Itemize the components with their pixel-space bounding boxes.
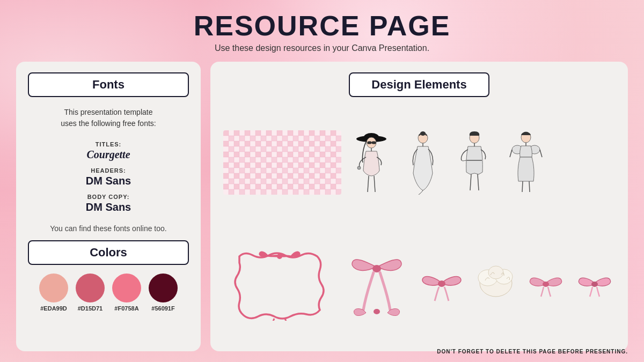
svg-point-67	[438, 280, 445, 287]
fonts-description: This presentation template uses the foll…	[28, 105, 189, 129]
font-entry-title: TITLES: Courgette	[86, 139, 130, 161]
color-swatch-4: #56091F	[149, 274, 178, 312]
svg-point-47	[357, 166, 361, 169]
bow-ribbon-1	[345, 246, 409, 321]
svg-rect-41	[368, 142, 371, 144]
fonts-online-note: You can find these fonts online too.	[28, 224, 189, 233]
color-code-3: #F0758A	[114, 305, 138, 312]
color-code-4: #56091F	[151, 305, 174, 312]
body-font-name: DM Sans	[86, 201, 131, 213]
svg-point-72	[543, 282, 549, 287]
svg-rect-42	[372, 142, 376, 144]
svg-line-54	[470, 174, 471, 190]
colors-section: Colors #EDA99D #D15D71 #F0758A	[28, 240, 189, 312]
bow-frame	[223, 246, 336, 321]
page-header: RESOURCE PAGE Use these design resources…	[16, 11, 628, 53]
fluffy-element	[474, 262, 517, 305]
right-panel: Design Elements	[210, 62, 628, 351]
svg-point-66	[374, 309, 380, 314]
color-circle-3	[112, 274, 141, 302]
color-circle-2	[76, 274, 105, 302]
svg-point-73	[591, 282, 598, 287]
page: RESOURCE PAGE Use these design resources…	[0, 0, 644, 362]
fonts-label: Fonts	[92, 78, 125, 91]
color-swatches: #EDA99D #D15D71 #F0758A #56091F	[28, 274, 189, 312]
content-row: Fonts This presentation template uses th…	[16, 62, 628, 351]
fonts-header: Fonts	[28, 72, 189, 97]
bow-small-1	[526, 268, 566, 298]
bow-small-2	[575, 268, 615, 298]
headers-font-label: HEADERS:	[91, 167, 126, 174]
fonts-desc-line1: This presentation template	[64, 108, 153, 116]
left-panel: Fonts This presentation template uses th…	[16, 62, 201, 351]
color-code-2: #D15D71	[78, 305, 103, 312]
color-circle-4	[149, 274, 178, 302]
svg-line-46	[374, 176, 375, 192]
elements-grid	[223, 105, 615, 341]
bottom-elements-row	[223, 225, 615, 341]
svg-line-45	[368, 176, 369, 192]
font-entry-body: BODY COPY: DM Sans	[86, 191, 131, 213]
design-elements-label: Design Elements	[371, 78, 466, 91]
body-font-label: BODY COPY:	[87, 194, 130, 200]
fashion-figure-4	[504, 130, 547, 195]
svg-line-60	[522, 181, 523, 192]
font-entry-headers: HEADERS: DM Sans	[86, 165, 131, 187]
footer-note: DON'T FORGET TO DELETE THIS PAGE BEFORE …	[437, 349, 628, 354]
svg-line-63	[540, 150, 542, 157]
fashion-figure-2	[401, 130, 444, 195]
color-swatch-1: #EDA99D	[39, 274, 68, 312]
color-swatch-3: #F0758A	[112, 274, 141, 312]
gingham-pattern	[223, 130, 341, 195]
title-font-label: TITLES:	[96, 141, 122, 147]
top-elements-row	[223, 105, 615, 220]
svg-line-62	[510, 150, 512, 157]
svg-point-71	[488, 266, 503, 279]
headers-font-name: DM Sans	[86, 175, 131, 187]
colors-label: Colors	[90, 246, 127, 259]
fashion-figure-1	[350, 130, 393, 195]
fonts-desc: This presentation template uses the foll…	[28, 107, 189, 129]
page-subtitle: Use these design resources in your Canva…	[16, 43, 628, 53]
page-title: RESOURCE PAGE	[16, 11, 628, 41]
fashion-figure-3	[453, 130, 496, 195]
color-circle-1	[39, 274, 68, 302]
fonts-desc-line2: uses the following free fonts:	[61, 119, 156, 128]
title-font-name: Courgette	[86, 149, 130, 161]
colors-header: Colors	[28, 240, 189, 265]
bow-simple-1	[418, 264, 466, 302]
svg-point-49	[420, 131, 426, 136]
svg-point-64	[277, 254, 282, 259]
svg-line-61	[529, 181, 530, 192]
color-swatch-2: #D15D71	[76, 274, 105, 312]
design-elements-header: Design Elements	[223, 72, 615, 97]
font-entries: TITLES: Courgette HEADERS: DM Sans BODY …	[28, 139, 189, 213]
color-code-1: #EDA99D	[40, 305, 67, 312]
design-elements-box: Design Elements	[349, 72, 489, 97]
svg-line-55	[478, 174, 479, 190]
